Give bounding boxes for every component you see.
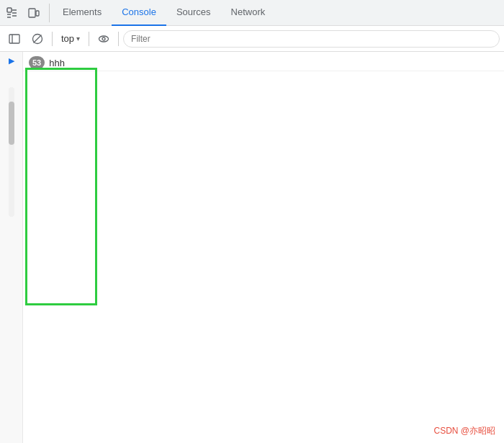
tab-sources[interactable]: Sources [166,0,221,26]
scrollbar-thumb [9,102,14,145]
svg-point-13 [102,37,105,40]
svg-rect-6 [29,9,35,17]
scrollbar-track [9,87,14,217]
chevron-down-icon: ▾ [76,35,80,42]
svg-rect-0 [7,8,12,12]
devtools-tabs: Elements Console Sources Network [53,0,275,25]
log-count-badge: 53 [29,56,45,69]
console-log-row: 53 hhh [23,55,504,71]
eye-icon[interactable] [94,29,114,49]
context-label: top [61,33,74,44]
toolbar-divider-1 [52,32,53,46]
toolbar-divider-3 [118,32,119,46]
svg-rect-8 [9,35,19,43]
toolbar-divider-2 [89,32,89,46]
console-toolbar: top ▾ [0,26,504,52]
header-left-icons [3,4,50,22]
selection-highlight-box [25,68,97,305]
watermark-prefix: CSDN @ [433,426,469,436]
tab-network[interactable]: Network [221,0,276,26]
svg-line-11 [34,35,42,42]
devtools-header: Elements Console Sources Network [0,0,504,26]
svg-point-12 [99,36,109,42]
svg-rect-7 [36,11,39,16]
device-toolbar-icon[interactable] [24,4,43,22]
log-message: hhh [49,58,65,68]
console-content: ▶ 53 hhh CSDN @亦昭昭 [0,52,504,443]
console-sidebar-toggle[interactable] [4,29,24,49]
tab-elements[interactable]: Elements [53,0,112,26]
collapse-arrow-icon[interactable]: ▶ [9,56,14,66]
tab-console[interactable]: Console [112,0,166,26]
inspect-icon[interactable] [3,4,22,22]
watermark-name: 亦昭昭 [469,426,495,436]
context-selector[interactable]: top ▾ [57,31,84,46]
filter-input[interactable] [123,30,500,48]
console-log-area: 53 hhh [23,52,504,443]
left-gutter: ▶ [0,52,23,443]
clear-console-button[interactable] [27,29,48,49]
watermark: CSDN @亦昭昭 [433,425,495,437]
